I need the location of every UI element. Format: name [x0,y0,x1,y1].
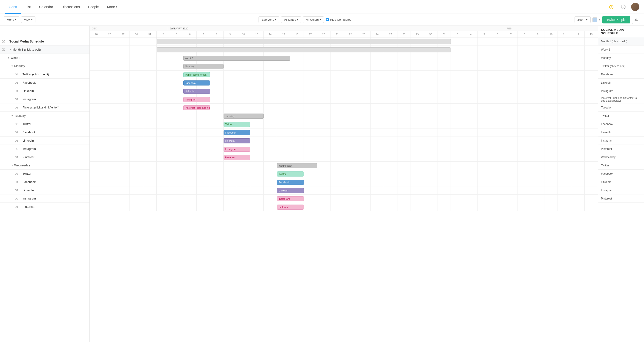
export-button[interactable] [632,16,640,24]
help-icon-button[interactable]: ? [619,3,628,11]
gantt-row-12: LinkedIn [90,137,598,145]
mon-twitter-row[interactable]: 0/5 Twitter (click to edit) [0,70,90,79]
everyone-filter[interactable]: Everyone ▾ [258,16,279,23]
task-bar-6[interactable]: LinkedIn [183,89,210,94]
all-dates-filter[interactable]: All Dates ▾ [281,16,301,23]
invite-people-button[interactable]: Invite People [602,16,630,23]
task-bar-3[interactable]: Monday [183,64,223,69]
month1-expand-icon[interactable]: ▼ [9,48,12,51]
feb-label: FEB [505,27,598,30]
gantt-row-14: Pinterest [90,153,598,162]
monday-expand-icon[interactable]: ▼ [11,65,13,67]
task-bar-16[interactable]: Twitter [277,171,304,177]
view-button[interactable]: View ▾ [21,16,36,23]
task-bar-13[interactable]: Instagram [224,147,250,152]
timer-icon-button[interactable] [607,3,616,11]
more-chevron-icon: ▾ [116,5,117,8]
wed-instagram-row[interactable]: 0/2 Instagram [0,194,90,203]
gantt-row-17: Facebook [90,178,598,186]
task-bar-20[interactable]: Pinterest [277,205,304,210]
right-label-header: SOCIAL MEDIA SCHEDULE [598,26,644,37]
tue-twitter-row[interactable]: 0/5 Twitter [0,120,90,128]
task-bar-5[interactable]: Facebook [183,80,210,85]
tab-more[interactable]: More ▾ [103,0,121,14]
day-cell-9: 9 [531,31,544,37]
tue-instagram-row[interactable]: 0/2 Instagram [0,145,90,153]
wednesday-expand-icon[interactable]: ▼ [11,164,13,167]
project-title-row[interactable]: 1 Social Media Schedule [0,37,90,45]
comment-icon: 1 [2,40,8,43]
right-mon-twitter-label: Twitter (click to edit) [598,62,644,70]
day-header-row: 2023273031236789101314151617202122232427… [90,31,598,37]
day-cell-24: 24 [370,31,384,37]
right-wed-instagram-label: Instagram [598,186,644,194]
right-wednesday-label: Wednesday [598,153,644,161]
gantt-area: DEC JANUARY 2020 FEB 2023273031236789101… [90,26,598,211]
tuesday-expand-icon[interactable]: ▼ [11,114,13,117]
task-bar-14[interactable]: Pinterest [224,155,250,160]
tab-people[interactable]: People [84,0,103,14]
task-bar-1[interactable] [157,47,451,52]
tuesday-row[interactable]: ▼ Tuesday [0,112,90,120]
hide-completed-checkbox[interactable] [326,18,329,21]
avatar[interactable] [631,3,640,11]
tab-list[interactable]: List [22,0,35,14]
toolbar-right-actions: Zoom ▾ ▾ Invite People [574,16,640,24]
task-bar-4[interactable]: Twitter (click to edit) [183,72,210,77]
day-cell-11: 11 [558,31,571,37]
menu-chevron-icon: ▾ [15,18,16,21]
task-bar-8[interactable]: Pinterest (click and hit "enter" to add … [183,105,210,110]
day-cell-30: 30 [130,31,143,37]
task-bar-12[interactable]: LinkedIn [224,138,250,143]
task-bar-2[interactable]: Week 1 [183,56,290,61]
tue-facebook-row[interactable]: 0/1 Facebook [0,128,90,136]
day-cell-22: 22 [344,31,357,37]
mon-pinterest-row[interactable]: 0/1 Pinterest (click and hit "enter". [0,103,90,112]
color-swatch[interactable] [592,17,597,22]
svg-text:1: 1 [3,41,4,43]
menu-button[interactable]: Menu ▾ [4,16,19,23]
wed-linkedin-row[interactable]: 0/1 LinkedIn [0,186,90,194]
mon-instagram-row[interactable]: 0/2 Instagram [0,95,90,103]
all-colors-filter[interactable]: All Colors ▾ [303,16,324,23]
tab-calendar[interactable]: Calendar [35,0,57,14]
day-cell-6: 6 [491,31,504,37]
main-content: 1 Social Media Schedule 1 ▼ Month 1 (cli… [0,26,644,342]
tue-pinterest-row[interactable]: 0/1 Pinterest [0,153,90,161]
task-bar-0[interactable] [157,39,451,44]
task-bar-15[interactable]: Wednesday [277,163,317,168]
right-mon-pinterest-label: Pinterest (click and hit "enter" to add … [598,95,644,103]
tab-discussions[interactable]: Discussions [57,0,84,14]
gantt-row-10: Twitter [90,120,598,128]
task-bar-17[interactable]: Facebook [277,180,304,185]
mon-linkedin-row[interactable]: 0/1 LinkedIn [0,87,90,95]
hide-completed-filter[interactable]: Hide Completed [326,18,352,21]
task-bar-18[interactable]: LinkedIn [277,188,304,193]
dates-chevron-icon: ▾ [297,18,298,21]
mon-facebook-row[interactable]: 0/1 Facebook [0,79,90,87]
wed-pinterest-row[interactable]: 0/1 Pinterest [0,203,90,211]
task-bar-19[interactable]: Instagram [277,196,304,201]
week1-row[interactable]: ▼ Week 1 [0,54,90,62]
zoom-button[interactable]: Zoom ▾ [574,16,591,23]
day-cell-20: 20 [317,31,330,37]
month1-row[interactable]: 1 ▼ Month 1 (click to edit) [0,45,90,54]
task-bar-7[interactable]: Instagram [183,97,210,102]
day-cell-6: 6 [183,31,197,37]
task-bar-9[interactable]: Tuesday [224,113,264,119]
tue-linkedin-row[interactable]: 0/1 LinkedIn [0,136,90,145]
wed-twitter-row[interactable]: 0/5 Twitter [0,170,90,178]
day-cell-20: 20 [90,31,103,37]
task-bar-11[interactable]: Facebook [224,130,250,135]
gantt-header: DEC JANUARY 2020 FEB 2023273031236789101… [90,26,598,37]
tab-gantt[interactable]: Gantt [4,0,22,14]
view-chevron-icon: ▾ [31,18,32,21]
wed-facebook-row[interactable]: 0/1 Facebook [0,178,90,186]
day-cell-7: 7 [197,31,210,37]
wednesday-row[interactable]: ▼ Wednesday [0,161,90,170]
gantt-row-0 [90,37,598,46]
week1-expand-icon[interactable]: ▼ [7,56,10,59]
day-cell-3: 3 [170,31,183,37]
task-bar-10[interactable]: Twitter [224,122,250,127]
monday-row[interactable]: ▼ Monday [0,62,90,70]
